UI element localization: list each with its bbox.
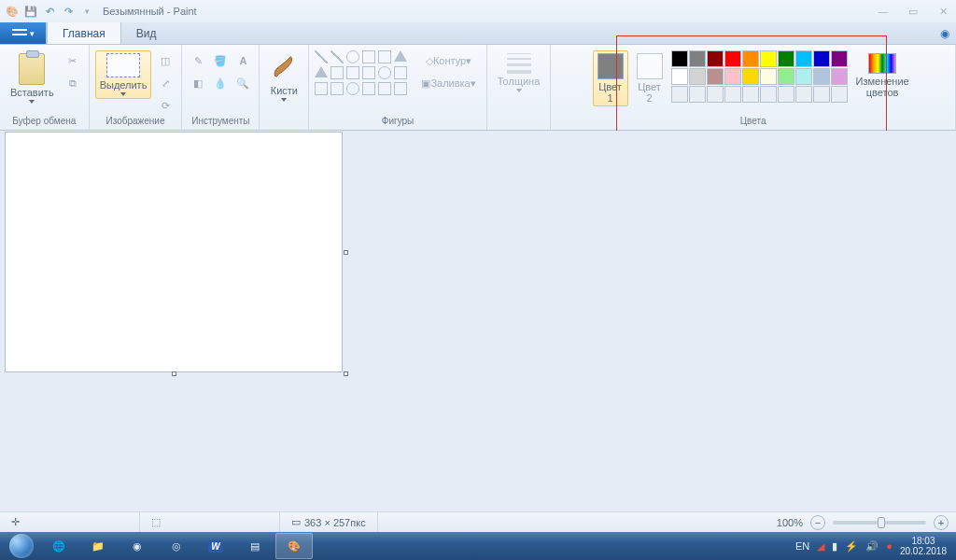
shapes-gallery[interactable] (315, 50, 407, 95)
palette-swatch[interactable] (724, 68, 741, 85)
resize-handle-right[interactable] (344, 250, 348, 255)
outline-button[interactable]: ◇ Контур ▾ (416, 50, 480, 71)
select-button[interactable]: Выделить (95, 50, 152, 99)
color-palette[interactable] (671, 50, 848, 103)
brushes-button[interactable]: Кисти (265, 50, 302, 105)
canvas[interactable] (6, 133, 342, 371)
tab-view[interactable]: Вид (121, 22, 173, 44)
palette-swatch[interactable] (778, 86, 794, 103)
clock[interactable]: 18:03 20.02.2018 (900, 536, 947, 556)
palette-swatch[interactable] (760, 86, 777, 103)
tray-battery-icon[interactable]: ⚡ (845, 540, 858, 553)
quick-access-toolbar: 🎨 💾 ↶ ↷ ▾ (4, 3, 95, 20)
text-tool[interactable]: A (232, 50, 253, 71)
palette-swatch[interactable] (813, 86, 830, 103)
palette-swatch[interactable] (742, 50, 759, 67)
undo-icon[interactable]: ↶ (41, 3, 58, 20)
taskbar-paint[interactable]: 🎨 (275, 533, 313, 559)
zoom-controls: 100% − + (769, 515, 956, 530)
palette-swatch[interactable] (671, 50, 688, 67)
edit-colors-icon (868, 53, 896, 74)
taskbar-chrome[interactable]: ◉ (119, 533, 156, 559)
taskbar-app2[interactable]: ▤ (236, 533, 274, 559)
palette-swatch[interactable] (671, 68, 688, 85)
palette-swatch[interactable] (831, 68, 848, 85)
qat-dropdown-icon[interactable]: ▾ (78, 3, 95, 20)
palette-swatch[interactable] (831, 50, 848, 67)
palette-swatch[interactable] (831, 86, 848, 103)
help-icon[interactable]: ◉ (934, 22, 956, 44)
tray-icon[interactable]: ● (886, 540, 893, 552)
zoom-in-button[interactable]: + (934, 515, 949, 530)
file-menu-button[interactable]: ▾ (0, 22, 47, 44)
zoom-tool[interactable]: 🔍 (232, 73, 253, 93)
crop-button[interactable]: ◫ (155, 50, 176, 71)
tray-network-icon[interactable]: ▮ (832, 540, 837, 553)
group-clipboard: Вставить ✂ ⧉ Буфер обмена (0, 45, 90, 130)
color1-button[interactable]: Цвет 1 (593, 50, 628, 106)
palette-swatch[interactable] (671, 86, 688, 103)
group-image: Выделить ◫ ⤢ ⟳ Изображение (90, 45, 183, 130)
taskbar-explorer[interactable]: 📁 (79, 533, 117, 559)
rotate-button[interactable]: ⟳ (155, 95, 176, 116)
palette-swatch[interactable] (760, 50, 777, 67)
palette-swatch[interactable] (742, 86, 759, 103)
palette-swatch[interactable] (778, 50, 794, 67)
palette-swatch[interactable] (724, 86, 741, 103)
palette-swatch[interactable] (742, 68, 759, 85)
ribbon-tabs: ▾ Главная Вид ◉ (0, 22, 956, 45)
eraser-tool[interactable]: ◧ (188, 73, 208, 93)
palette-swatch[interactable] (707, 50, 724, 67)
color2-button[interactable]: Цвет 2 (632, 50, 668, 106)
palette-swatch[interactable] (795, 86, 812, 103)
status-bar: ✛ ⬚ ▭ 363 × 257пкс 100% − + (0, 511, 956, 532)
palette-swatch[interactable] (689, 86, 706, 103)
palette-swatch[interactable] (813, 68, 830, 85)
select-icon (106, 53, 140, 77)
selection-icon: ⬚ (151, 516, 161, 528)
picker-tool[interactable]: 💧 (210, 73, 231, 93)
brushes-label: Кисти (271, 85, 298, 96)
tab-home[interactable]: Главная (47, 22, 121, 44)
chevron-down-icon (29, 100, 35, 104)
copy-button[interactable]: ⧉ (63, 73, 83, 93)
zoom-slider[interactable] (833, 521, 926, 525)
save-icon[interactable]: 💾 (22, 3, 39, 20)
taskbar-ie[interactable]: 🌐 (40, 533, 77, 559)
edit-colors-button[interactable]: Изменение цветов (851, 50, 914, 101)
close-button[interactable]: ✕ (934, 6, 952, 18)
taskbar-word[interactable]: W (197, 533, 234, 559)
clock-time: 18:03 (900, 536, 947, 546)
palette-swatch[interactable] (795, 68, 812, 85)
palette-swatch[interactable] (689, 68, 706, 85)
palette-swatch[interactable] (760, 68, 777, 85)
palette-swatch[interactable] (707, 86, 724, 103)
palette-swatch[interactable] (689, 50, 706, 67)
tray-sound-icon[interactable]: 🔊 (865, 540, 879, 553)
thickness-button[interactable]: Толщина (493, 50, 545, 95)
windows-orb-icon (9, 534, 34, 558)
maximize-button[interactable]: ▭ (904, 6, 922, 18)
taskbar-app1[interactable]: ◎ (158, 533, 195, 559)
palette-swatch[interactable] (813, 50, 830, 67)
pencil-tool[interactable]: ✎ (188, 50, 208, 71)
palette-swatch[interactable] (707, 68, 724, 85)
paste-button[interactable]: Вставить (6, 50, 59, 106)
resize-handle-bottom[interactable] (172, 371, 176, 376)
minimize-button[interactable]: ― (874, 6, 893, 18)
resize-handle-corner[interactable] (344, 371, 348, 376)
palette-swatch[interactable] (795, 50, 812, 67)
fill-button[interactable]: ▣ Заливка ▾ (416, 73, 480, 93)
lang-indicator[interactable]: EN (795, 540, 809, 552)
fill-tool[interactable]: 🪣 (210, 50, 231, 71)
cut-button[interactable]: ✂ (63, 50, 83, 71)
start-button[interactable] (4, 532, 39, 560)
ribbon: Вставить ✂ ⧉ Буфер обмена Выделить ◫ ⤢ ⟳… (0, 45, 956, 131)
palette-swatch[interactable] (778, 68, 794, 85)
palette-swatch[interactable] (724, 50, 741, 67)
zoom-thumb[interactable] (878, 517, 885, 528)
redo-icon[interactable]: ↷ (60, 3, 77, 20)
tray-flag-icon[interactable]: ◢ (817, 540, 824, 553)
zoom-out-button[interactable]: − (810, 515, 825, 530)
resize-button[interactable]: ⤢ (155, 73, 176, 93)
